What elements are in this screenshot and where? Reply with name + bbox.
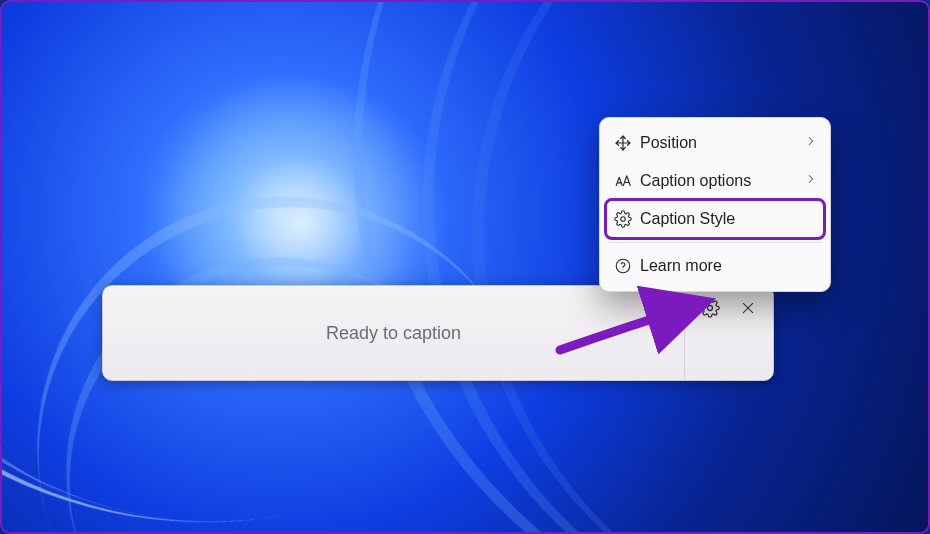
menu-item-label: Position [640, 134, 804, 152]
menu-item-position[interactable]: Position [606, 124, 824, 162]
desktop-background: Ready to caption [0, 0, 930, 534]
settings-button[interactable] [696, 294, 724, 322]
menu-item-label: Caption options [640, 172, 804, 190]
close-button[interactable] [734, 294, 762, 322]
chevron-right-icon [804, 172, 818, 190]
caption-actions [685, 286, 773, 380]
settings-context-menu: Position Caption options [599, 117, 831, 292]
menu-item-caption-options[interactable]: Caption options [606, 162, 824, 200]
move-icon [614, 134, 640, 152]
menu-item-label: Caption Style [640, 210, 818, 228]
svg-point-7 [621, 217, 626, 222]
menu-separator [608, 242, 822, 243]
menu-item-label: Learn more [640, 257, 818, 275]
close-icon [740, 300, 756, 316]
font-icon [614, 172, 640, 190]
gear-icon [614, 210, 640, 228]
svg-point-0 [707, 306, 712, 311]
chevron-right-icon [804, 134, 818, 152]
caption-status-text: Ready to caption [326, 323, 461, 344]
gear-icon [700, 298, 720, 318]
help-icon [614, 257, 640, 275]
caption-status-area: Ready to caption [103, 286, 685, 380]
live-captions-window: Ready to caption [102, 285, 774, 381]
menu-item-learn-more[interactable]: Learn more [606, 247, 824, 285]
svg-point-8 [616, 259, 630, 273]
menu-item-caption-style[interactable]: Caption Style [606, 200, 824, 238]
svg-point-9 [623, 269, 624, 270]
